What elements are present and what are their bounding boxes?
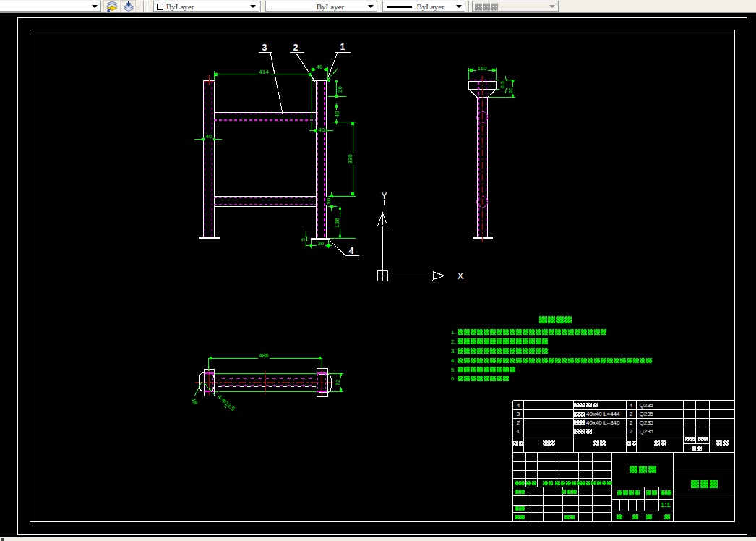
- svg-text:4.: 4.: [451, 357, 456, 364]
- svg-text:Q235: Q235: [640, 428, 654, 435]
- svg-text:136: 136: [334, 218, 340, 228]
- svg-text:1.: 1.: [451, 329, 456, 336]
- svg-text:72: 72: [335, 379, 341, 385]
- svg-text:6.5: 6.5: [500, 81, 505, 88]
- svg-text:1:1: 1:1: [661, 501, 670, 508]
- svg-text:1: 1: [340, 42, 345, 52]
- svg-text:2: 2: [293, 43, 298, 53]
- svg-text:40x40 L=840: 40x40 L=840: [586, 419, 620, 426]
- svg-text:330: 330: [347, 154, 353, 164]
- svg-text:4: 4: [349, 246, 354, 256]
- svg-text:Q235: Q235: [640, 419, 654, 426]
- svg-text:40x40 L=444: 40x40 L=444: [586, 411, 620, 417]
- svg-text:2: 2: [630, 411, 633, 417]
- svg-text:2: 2: [517, 419, 520, 426]
- svg-text:Y: Y: [381, 190, 387, 201]
- svg-text:40: 40: [317, 64, 323, 70]
- svg-text:414: 414: [259, 69, 269, 75]
- svg-text:30: 30: [317, 240, 324, 247]
- svg-text:3: 3: [517, 411, 520, 417]
- svg-text:5.: 5.: [451, 367, 456, 373]
- svg-text:2: 2: [630, 419, 633, 426]
- svg-text:20: 20: [508, 88, 513, 93]
- svg-text:1: 1: [517, 428, 520, 435]
- svg-text:40: 40: [334, 111, 340, 117]
- svg-text:50: 50: [326, 197, 332, 204]
- svg-text:Q235: Q235: [640, 411, 654, 417]
- svg-text:2.: 2.: [451, 338, 456, 345]
- svg-text:4: 4: [517, 402, 520, 409]
- svg-text:2: 2: [630, 428, 633, 435]
- svg-text:Q235: Q235: [640, 402, 654, 409]
- svg-text:26: 26: [337, 86, 343, 93]
- svg-text:X: X: [458, 270, 464, 281]
- svg-text:5: 5: [301, 238, 306, 241]
- svg-text:4: 4: [630, 402, 633, 409]
- svg-text:40: 40: [206, 133, 212, 140]
- svg-text:6.: 6.: [451, 375, 456, 382]
- svg-text:3: 3: [262, 43, 267, 53]
- svg-text:110: 110: [478, 65, 487, 72]
- svg-text:40: 40: [319, 127, 325, 133]
- svg-text:486: 486: [259, 352, 269, 359]
- svg-text:3.: 3.: [451, 348, 456, 354]
